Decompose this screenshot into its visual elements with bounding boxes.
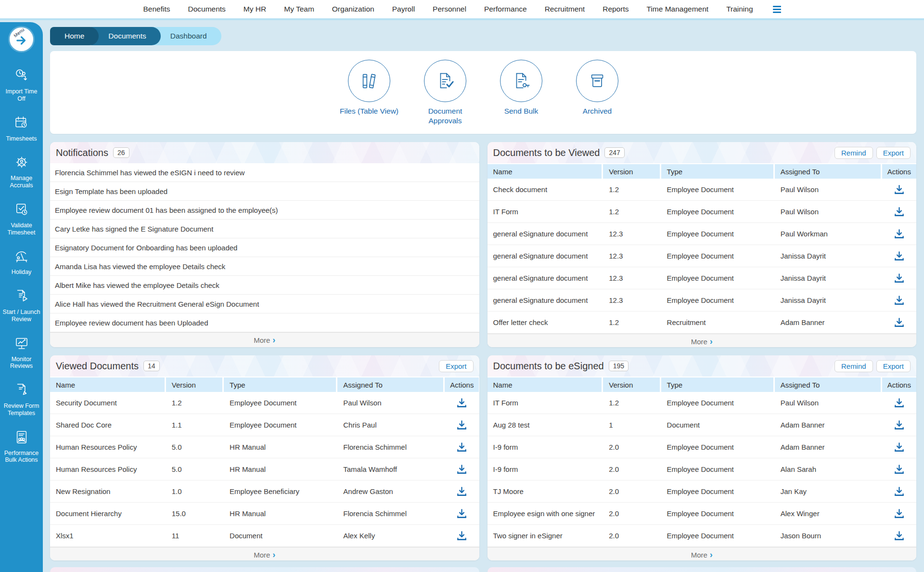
- download-icon[interactable]: [894, 184, 905, 195]
- table-row: general eSignature document12.3Employee …: [488, 223, 917, 245]
- hamburger-icon[interactable]: [773, 6, 781, 13]
- nav-item-my-hr[interactable]: My HR: [244, 5, 266, 13]
- nav-item-benefits[interactable]: Benefits: [143, 5, 170, 13]
- chevron-right-icon: ›: [272, 336, 275, 344]
- notification-item[interactable]: Esignatory Document for Onboarding has b…: [50, 238, 479, 257]
- nav-item-recruitment[interactable]: Recruitment: [545, 5, 585, 13]
- nav-item-time-management[interactable]: Time Management: [646, 5, 708, 13]
- download-icon[interactable]: [456, 530, 467, 541]
- more-link[interactable]: More›: [50, 547, 479, 560]
- column-header: Assigned To: [775, 164, 882, 179]
- cell-name: TJ Moore: [488, 487, 603, 495]
- nav-item-personnel[interactable]: Personnel: [433, 5, 466, 13]
- chevron-right-icon: ›: [272, 550, 275, 559]
- download-icon[interactable]: [456, 486, 467, 497]
- sidebar-item-label: Manage Accruals: [0, 175, 43, 189]
- breadcrumb-tab-documents[interactable]: Documents: [88, 27, 160, 45]
- cell-type: Employee Document: [661, 487, 775, 495]
- cell-assigned-to: Alex Winger: [775, 509, 882, 518]
- nav-item-organization[interactable]: Organization: [332, 5, 374, 13]
- notification-item[interactable]: Alice Hall has viewed the Recruitment Ge…: [50, 295, 479, 313]
- quick-actions-card: Files (Table View)Document ApprovalsSend…: [50, 51, 916, 134]
- nav-item-my-team[interactable]: My Team: [284, 5, 314, 13]
- download-icon[interactable]: [894, 530, 905, 541]
- download-icon[interactable]: [894, 273, 905, 284]
- column-header: Name: [488, 164, 603, 179]
- download-icon[interactable]: [894, 486, 905, 497]
- download-icon[interactable]: [456, 508, 467, 519]
- nav-item-documents[interactable]: Documents: [188, 5, 225, 13]
- cell-actions: [445, 442, 479, 453]
- cell-actions: [882, 250, 916, 261]
- quick-action-document-approvals[interactable]: Document Approvals: [414, 60, 476, 125]
- sidebar-item-import-time-off[interactable]: Import Time Off: [0, 67, 43, 103]
- download-icon[interactable]: [894, 317, 905, 328]
- table-row: general eSignature document12.3Employee …: [488, 245, 917, 267]
- cell-version: 12.3: [603, 230, 661, 238]
- sidebar-item-start-launch-review[interactable]: Start / Launch Review: [0, 288, 43, 323]
- download-icon[interactable]: [894, 397, 905, 408]
- cell-actions: [882, 442, 916, 453]
- sidebar-item-review-form-templates[interactable]: Review Form Templates: [0, 382, 43, 417]
- notification-item[interactable]: Employee review document has been Upload…: [50, 313, 479, 332]
- cell-actions: [445, 397, 479, 408]
- sidebar-item-manage-accruals[interactable]: Manage Accruals: [0, 154, 43, 189]
- nav-item-payroll[interactable]: Payroll: [392, 5, 415, 13]
- sidebar-item-validate-timesheet[interactable]: Validate Timesheet: [0, 201, 43, 236]
- performance-bulk-actions-icon: [13, 429, 30, 447]
- remind-button[interactable]: Remind: [834, 147, 873, 159]
- remind-button[interactable]: Remind: [834, 360, 873, 372]
- more-link[interactable]: More›: [488, 547, 917, 560]
- notification-item[interactable]: Amanda Lisa has viewed the employee Deta…: [50, 257, 479, 276]
- cell-name: Human Resources Policy: [50, 443, 166, 451]
- download-icon[interactable]: [894, 508, 905, 519]
- notification-item[interactable]: Florencia Schimmel has viewed the eSIGN …: [50, 163, 479, 182]
- quick-action-archived[interactable]: Archived: [566, 60, 628, 116]
- more-link[interactable]: More›: [50, 332, 479, 347]
- holiday-icon: [13, 248, 30, 266]
- cell-version: 1.2: [166, 399, 224, 407]
- notification-item[interactable]: Employee review document 01 has been ass…: [50, 201, 479, 220]
- download-icon[interactable]: [894, 228, 905, 239]
- download-icon[interactable]: [456, 419, 467, 430]
- download-icon[interactable]: [894, 464, 905, 475]
- download-icon[interactable]: [456, 464, 467, 475]
- breadcrumb-tab-home[interactable]: Home: [50, 27, 99, 45]
- download-icon[interactable]: [456, 442, 467, 453]
- nav-item-reports[interactable]: Reports: [603, 5, 629, 13]
- sidebar-item-monitor-reviews[interactable]: Monitor Reviews: [0, 335, 43, 370]
- nav-item-training[interactable]: Training: [726, 5, 753, 13]
- breadcrumb-tab-dashboard[interactable]: Dashboard: [150, 27, 221, 45]
- notification-item[interactable]: Cary Letke has signed the E Signature Do…: [50, 220, 479, 238]
- quick-action-files-table-view-[interactable]: Files (Table View): [338, 60, 400, 116]
- export-button[interactable]: Export: [876, 147, 911, 159]
- cell-assigned-to: Janissa Dayrit: [775, 274, 882, 282]
- quick-action-send-bulk[interactable]: Send Bulk: [490, 60, 552, 116]
- download-icon[interactable]: [894, 295, 905, 306]
- sidebar-item-holiday[interactable]: Holiday: [0, 248, 43, 276]
- export-button[interactable]: Export: [439, 360, 473, 372]
- manage-accruals-icon: [13, 154, 30, 172]
- download-icon[interactable]: [894, 419, 905, 430]
- panel-actions: Export: [439, 360, 473, 372]
- cell-type: Employee Document: [661, 230, 775, 238]
- sidebar-item-timesheets[interactable]: Timesheets: [0, 115, 43, 143]
- cell-actions: [882, 397, 916, 408]
- download-icon[interactable]: [894, 206, 905, 217]
- download-icon[interactable]: [456, 397, 467, 408]
- notification-item[interactable]: Esign Template has been uploaded: [50, 182, 479, 201]
- cell-version: 12.3: [603, 274, 661, 282]
- cell-assigned-to: Paul Workman: [775, 230, 882, 238]
- quick-action-label: Send Bulk: [504, 106, 539, 116]
- table-row: Human Resources Policy5.0HR ManualTamala…: [50, 458, 479, 481]
- download-icon[interactable]: [894, 442, 905, 453]
- export-button[interactable]: Export: [876, 360, 911, 372]
- notification-item[interactable]: Albert Mike has viewed the employee Deta…: [50, 276, 479, 295]
- more-link[interactable]: More›: [488, 334, 917, 347]
- cell-name: New Resignation: [50, 487, 166, 495]
- menu-button[interactable]: Menu: [10, 27, 33, 51]
- column-header: Version: [603, 164, 661, 179]
- sidebar-item-performance-bulk-actions[interactable]: Performance Bulk Actions: [0, 429, 43, 464]
- nav-item-performance[interactable]: Performance: [484, 5, 527, 13]
- download-icon[interactable]: [894, 250, 905, 261]
